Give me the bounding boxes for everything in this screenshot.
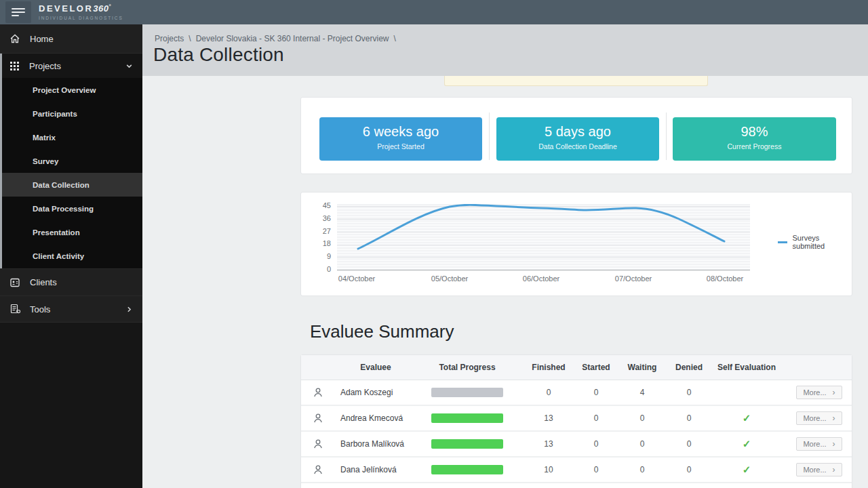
sidebar-item-label: Tools (30, 304, 50, 314)
chart-legend[interactable]: Surveys submitted (778, 234, 852, 250)
more-button-label: More... (803, 414, 826, 422)
self-evaluation-check-icon: ✓ (707, 464, 787, 476)
main-content: 6 weeks ago Project Started 5 days ago D… (142, 76, 868, 488)
y-axis-tick: 45 (309, 201, 331, 209)
denied-count: 0 (671, 388, 707, 397)
sidebar-item-label: Home (30, 34, 54, 44)
self-evaluation-check-icon: ✓ (707, 438, 787, 450)
legend-line-swatch (778, 241, 787, 243)
x-axis-tick: 05/October (417, 274, 482, 283)
person-icon (313, 439, 323, 449)
brand-360: 360 (93, 3, 108, 14)
person-icon (313, 387, 323, 398)
sidebar-subitem-data-collection[interactable]: Data Collection (0, 173, 142, 197)
stat-value: 5 days ago (496, 124, 659, 140)
col-header-denied: Denied (671, 363, 707, 372)
self-evaluation-check-icon: ✓ (707, 412, 787, 424)
chevron-right-icon: › (833, 440, 835, 448)
top-bar: DEVELOR360° INDIVIDUAL DIAGNOSTICS (0, 0, 868, 24)
breadcrumb: Projects \ Develor Slovakia - SK 360 Int… (155, 34, 396, 43)
evaluee-name: Andrea Kmecová (335, 413, 416, 423)
started-count: 0 (579, 439, 613, 449)
y-axis-tick: 27 (309, 227, 331, 235)
denied-count: 0 (671, 413, 707, 423)
stat-divider (489, 113, 490, 160)
col-header-self-evaluation: Self Evaluation (707, 363, 787, 372)
sidebar-subitem-participants[interactable]: Participants (0, 102, 142, 125)
sidebar-subitem-survey[interactable]: Survey (0, 149, 142, 173)
col-header-waiting: Waiting (613, 363, 671, 372)
table-row: Adam Koszegi 0 0 4 0 More...› (301, 380, 852, 406)
home-icon (9, 33, 20, 44)
surveys-chart-panel: 45 36 27 18 9 0 04/October 05/October 06… (300, 192, 852, 296)
started-count: 0 (579, 465, 613, 474)
sidebar-item-tools[interactable]: Tools (0, 296, 142, 323)
more-button[interactable]: More...› (796, 386, 842, 399)
breadcrumb-project-link[interactable]: Develor Slovakia - SK 360 Internal - Pro… (196, 34, 389, 43)
chevron-down-icon (125, 62, 133, 70)
x-axis-tick: 04/October (324, 274, 389, 283)
stat-value: 98% (673, 124, 836, 140)
clients-card-icon (9, 277, 20, 288)
sidebar-item-label: Clients (30, 277, 57, 287)
evaluee-name: Barbora Malíková (335, 439, 416, 449)
finished-count: 0 (518, 388, 579, 397)
sidebar-item-clients[interactable]: Clients (0, 268, 142, 296)
projects-grid-icon (9, 61, 20, 71)
stat-label: Data Collection Deadline (496, 142, 659, 150)
sidebar-scrollbar[interactable] (0, 54, 2, 268)
chart-plot-area (337, 204, 750, 270)
col-header-total-progress: Total Progress (416, 363, 518, 372)
brand-name: DEVELOR (39, 3, 93, 14)
col-header-finished: Finished (518, 363, 579, 372)
more-button[interactable]: More...› (796, 411, 842, 425)
waiting-count: 0 (613, 465, 671, 474)
sidebar: Home Projects Project Overview Participa… (0, 24, 142, 488)
progress-bar (431, 413, 503, 423)
y-axis-tick: 18 (309, 239, 331, 247)
chevron-right-icon: › (833, 388, 835, 396)
brand-degree: ° (109, 3, 113, 9)
x-axis-tick: 08/October (692, 274, 757, 283)
alert-banner-partial (444, 76, 708, 86)
col-header-started: Started (579, 363, 613, 372)
sidebar-subitem-data-processing[interactable]: Data Processing (0, 197, 142, 220)
waiting-count: 0 (613, 413, 671, 423)
waiting-count: 4 (613, 388, 671, 397)
sidebar-subitem-matrix[interactable]: Matrix (0, 125, 142, 149)
person-icon (313, 464, 323, 475)
denied-count: 0 (671, 439, 707, 449)
breadcrumb-projects-link[interactable]: Projects (155, 34, 184, 43)
started-count: 0 (579, 388, 613, 397)
brand-tagline: INDIVIDUAL DIAGNOSTICS (39, 16, 123, 20)
stat-label: Current Progress (673, 142, 836, 150)
evaluee-name: Adam Koszegi (335, 388, 416, 397)
more-button-label: More... (803, 440, 826, 448)
sidebar-subitem-project-overview[interactable]: Project Overview (0, 78, 142, 102)
progress-bar (431, 465, 503, 474)
stat-card-progress: 98% Current Progress (673, 117, 836, 161)
waiting-count: 0 (613, 439, 671, 449)
x-axis-tick: 07/October (601, 274, 666, 283)
evaluee-table-panel: Evaluee Total Progress Finished Started … (300, 354, 852, 488)
sidebar-item-label: Projects (29, 61, 61, 71)
chevron-right-icon (125, 306, 133, 313)
app-window: DEVELOR360° INDIVIDUAL DIAGNOSTICS Home … (0, 0, 868, 488)
chevron-right-icon: › (833, 414, 835, 422)
sidebar-subitem-client-activity[interactable]: Client Activity (0, 244, 142, 268)
surveys-line-series (337, 204, 750, 270)
page-header: Projects \ Develor Slovakia - SK 360 Int… (142, 24, 868, 76)
sidebar-item-home[interactable]: Home (0, 24, 142, 54)
more-button[interactable]: More...› (796, 463, 842, 476)
denied-count: 0 (671, 465, 707, 474)
sidebar-item-projects[interactable]: Projects (0, 54, 142, 78)
more-button-label: More... (803, 466, 826, 474)
col-header-evaluee: Evaluee (335, 363, 416, 372)
hamburger-menu-icon[interactable] (5, 1, 31, 23)
stat-card-project-started: 6 weeks ago Project Started (319, 117, 482, 161)
tools-icon (9, 304, 20, 314)
y-axis-tick: 0 (309, 265, 331, 273)
sidebar-subitem-presentation[interactable]: Presentation (0, 220, 142, 244)
stat-divider (666, 113, 667, 160)
more-button[interactable]: More...› (796, 437, 842, 451)
